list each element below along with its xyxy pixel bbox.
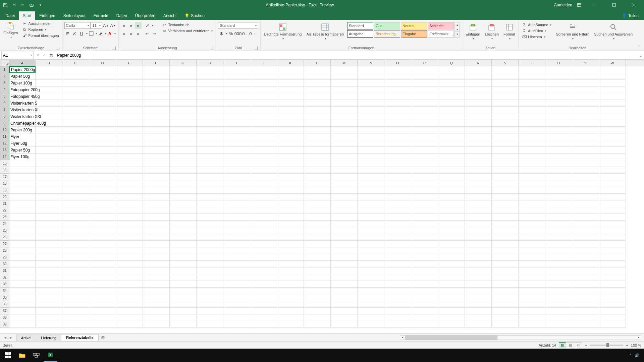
cell[interactable] bbox=[572, 66, 599, 73]
cell[interactable] bbox=[519, 174, 545, 180]
cell[interactable] bbox=[304, 274, 331, 281]
cell[interactable] bbox=[223, 86, 250, 93]
cell[interactable] bbox=[277, 194, 304, 200]
cell[interactable] bbox=[9, 227, 36, 234]
cell[interactable] bbox=[170, 187, 197, 194]
cell[interactable] bbox=[36, 314, 62, 321]
cell[interactable] bbox=[331, 140, 358, 147]
col-header-A[interactable]: A bbox=[9, 60, 36, 66]
cell[interactable] bbox=[384, 308, 411, 314]
cell[interactable] bbox=[358, 133, 384, 140]
cell[interactable] bbox=[89, 80, 116, 86]
col-header-G[interactable]: G bbox=[170, 60, 197, 66]
delete-cells-button[interactable]: Löschen▾ bbox=[484, 22, 500, 41]
cell[interactable] bbox=[36, 281, 62, 288]
cell[interactable] bbox=[89, 86, 116, 93]
cell[interactable] bbox=[492, 86, 519, 93]
cell[interactable] bbox=[277, 314, 304, 321]
cell[interactable] bbox=[304, 174, 331, 180]
cell[interactable] bbox=[599, 80, 626, 86]
cell[interactable] bbox=[519, 100, 545, 107]
cell[interactable] bbox=[143, 214, 170, 221]
row-header[interactable]: 33 bbox=[0, 281, 9, 288]
cell[interactable] bbox=[599, 86, 626, 93]
cell[interactable] bbox=[358, 274, 384, 281]
col-header-L[interactable]: L bbox=[304, 60, 331, 66]
cell[interactable] bbox=[143, 80, 170, 86]
cell[interactable] bbox=[492, 241, 519, 247]
zoom-out-icon[interactable]: − bbox=[585, 343, 587, 347]
row-header[interactable]: 16 bbox=[0, 167, 9, 174]
cell[interactable] bbox=[223, 194, 250, 200]
row-header[interactable]: 32 bbox=[0, 274, 9, 281]
row-header[interactable]: 1 bbox=[0, 66, 9, 73]
cell[interactable] bbox=[89, 267, 116, 274]
cell[interactable] bbox=[197, 154, 223, 160]
font-color-button[interactable]: A bbox=[107, 30, 113, 37]
zoom-slider[interactable] bbox=[590, 345, 623, 346]
cell[interactable] bbox=[143, 133, 170, 140]
cell[interactable] bbox=[143, 301, 170, 308]
cell[interactable] bbox=[143, 167, 170, 174]
cell[interactable] bbox=[519, 314, 545, 321]
cell[interactable] bbox=[519, 261, 545, 267]
cell[interactable] bbox=[599, 227, 626, 234]
cell[interactable] bbox=[250, 301, 277, 308]
cell[interactable] bbox=[492, 147, 519, 154]
cell[interactable] bbox=[492, 160, 519, 167]
cell[interactable] bbox=[358, 301, 384, 308]
cell[interactable] bbox=[519, 241, 545, 247]
cell[interactable] bbox=[197, 247, 223, 254]
cell[interactable] bbox=[116, 288, 143, 294]
cell[interactable] bbox=[116, 234, 143, 241]
cell[interactable] bbox=[358, 73, 384, 80]
cell[interactable] bbox=[36, 241, 62, 247]
cell[interactable] bbox=[143, 187, 170, 194]
cell[interactable] bbox=[438, 254, 465, 261]
cell[interactable] bbox=[545, 247, 572, 254]
cell[interactable] bbox=[438, 221, 465, 227]
cell[interactable] bbox=[250, 154, 277, 160]
cell[interactable] bbox=[545, 301, 572, 308]
cell[interactable] bbox=[277, 160, 304, 167]
cell[interactable] bbox=[62, 194, 89, 200]
cell[interactable] bbox=[223, 66, 250, 73]
cell[interactable] bbox=[545, 160, 572, 167]
cell[interactable] bbox=[304, 281, 331, 288]
cell[interactable] bbox=[9, 234, 36, 241]
cell[interactable] bbox=[62, 200, 89, 207]
save-icon[interactable] bbox=[3, 2, 8, 8]
row-header[interactable]: 15 bbox=[0, 160, 9, 167]
cell[interactable] bbox=[277, 200, 304, 207]
cell[interactable] bbox=[62, 221, 89, 227]
cell[interactable] bbox=[277, 180, 304, 187]
cell[interactable] bbox=[143, 140, 170, 147]
tray-chevron-icon[interactable]: ˄ bbox=[629, 353, 631, 358]
camera-icon[interactable] bbox=[29, 2, 34, 8]
cell[interactable] bbox=[331, 207, 358, 214]
cell[interactable] bbox=[331, 301, 358, 308]
cell[interactable] bbox=[384, 73, 411, 80]
cell[interactable] bbox=[384, 267, 411, 274]
cell[interactable] bbox=[572, 294, 599, 301]
cell[interactable] bbox=[36, 288, 62, 294]
cell[interactable] bbox=[197, 113, 223, 120]
cell[interactable] bbox=[519, 66, 545, 73]
cell[interactable] bbox=[89, 281, 116, 288]
cell[interactable] bbox=[197, 160, 223, 167]
cell[interactable] bbox=[519, 187, 545, 194]
col-header-K[interactable]: K bbox=[277, 60, 304, 66]
cell[interactable] bbox=[197, 314, 223, 321]
redo-icon[interactable] bbox=[20, 2, 25, 8]
cell[interactable] bbox=[304, 308, 331, 314]
cell[interactable] bbox=[89, 247, 116, 254]
cell[interactable] bbox=[411, 261, 438, 267]
cell[interactable] bbox=[599, 100, 626, 107]
cell[interactable] bbox=[438, 93, 465, 100]
cell[interactable] bbox=[143, 147, 170, 154]
cell[interactable] bbox=[465, 294, 492, 301]
cell[interactable] bbox=[465, 100, 492, 107]
cell[interactable] bbox=[197, 66, 223, 73]
format-cells-button[interactable]: Format▾ bbox=[502, 22, 517, 41]
cell[interactable] bbox=[89, 221, 116, 227]
